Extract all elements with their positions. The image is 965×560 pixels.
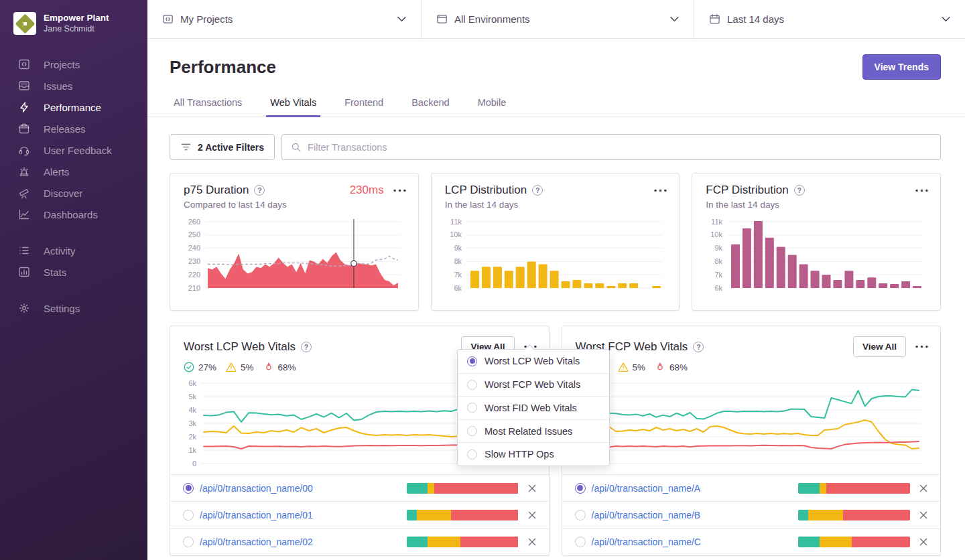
stat-fire-icon: 68%	[263, 362, 296, 372]
sidebar-item-issues[interactable]: Issues	[0, 75, 147, 96]
vitals-distribution-bar	[798, 483, 910, 494]
menu-item-radio[interactable]	[467, 426, 477, 436]
sidebar-item-user-feedback[interactable]: User Feedback	[0, 139, 147, 161]
page-title: Performance	[170, 57, 276, 78]
svg-text:210: 210	[188, 284, 200, 292]
sidebar-item-stats[interactable]: Stats	[0, 261, 147, 283]
help-icon[interactable]: ?	[693, 342, 704, 352]
menu-item-radio[interactable]	[467, 449, 477, 460]
view-trends-button[interactable]: View Trends	[862, 54, 941, 80]
tab-all-transactions[interactable]: All Transactions	[170, 93, 246, 117]
sidebar-item-activity[interactable]: Activity	[0, 240, 147, 261]
close-icon[interactable]	[527, 537, 537, 547]
card-lcp-distribution: LCP Distribution ? In the last 14 days 1…	[431, 173, 680, 311]
transaction-radio[interactable]	[575, 537, 586, 547]
close-icon[interactable]	[918, 483, 929, 494]
projects-dropdown[interactable]: My Projects	[147, 0, 421, 38]
menu-item-worst-fid-web-vitals[interactable]: Worst FID Web Vitals	[458, 396, 609, 419]
chevron-down-icon	[670, 16, 679, 22]
card-menu-button[interactable]	[915, 189, 928, 192]
svg-text:250: 250	[188, 230, 200, 238]
card-subtitle: Compared to last 14 days	[170, 197, 418, 210]
close-icon[interactable]	[527, 483, 537, 494]
help-icon[interactable]: ?	[254, 185, 265, 196]
org-logo-diamond-icon	[21, 20, 28, 27]
transaction-radio[interactable]	[183, 537, 194, 547]
transaction-link[interactable]: /api/0/transaction_name/02	[200, 537, 313, 547]
menu-item-radio[interactable]	[467, 356, 477, 366]
menu-item-slow-http-ops[interactable]: Slow HTTP Ops	[458, 442, 609, 466]
svg-text:6k: 6k	[188, 379, 196, 387]
card-menu-button[interactable]	[915, 345, 928, 348]
close-icon[interactable]	[918, 510, 929, 520]
svg-text:220: 220	[188, 271, 200, 279]
transaction-radio[interactable]	[183, 483, 194, 494]
card-worst-fcp-web-vitals: Worst FCP Web Vitals ? View All 27% 5% 6…	[562, 326, 942, 556]
transaction-link[interactable]: /api/0/transaction_name/00	[200, 483, 313, 494]
main-content: Performance View Trends All Transactions…	[147, 39, 965, 560]
environments-label: All Environments	[454, 13, 663, 25]
sidebar-item-performance[interactable]: Performance	[0, 96, 147, 118]
menu-item-label: Worst LCP Web Vitals	[485, 356, 580, 366]
tab-frontend[interactable]: Frontend	[340, 93, 387, 117]
svg-text:11k: 11k	[450, 218, 462, 226]
transaction-radio[interactable]	[575, 510, 586, 520]
window-icon	[436, 13, 448, 25]
transaction-link[interactable]: /api/0/transaction_name/A	[592, 483, 701, 494]
stats-icon	[17, 266, 30, 279]
transaction-radio[interactable]	[575, 483, 586, 494]
org-user-name: Jane Schmidt	[44, 24, 109, 35]
transaction-link[interactable]: /api/0/transaction_name/01	[200, 510, 313, 520]
sidebar-item-dashboards[interactable]: Dashboards	[0, 204, 147, 225]
sidebar-item-label: Settings	[44, 303, 80, 314]
close-icon[interactable]	[527, 510, 537, 520]
filter-icon	[180, 141, 192, 153]
sidebar-item-alerts[interactable]: Alerts	[0, 161, 147, 182]
card-fcp-distribution: FCP Distribution ? In the last 14 days 1…	[692, 173, 941, 311]
dashboards-icon	[17, 208, 30, 221]
sidebar-item-releases[interactable]: Releases	[0, 118, 147, 139]
issues-icon	[17, 80, 30, 92]
org-switcher[interactable]: Empower Plant Jane Schmidt	[0, 0, 147, 44]
settings-icon	[17, 302, 30, 315]
environments-dropdown[interactable]: All Environments	[421, 0, 694, 38]
menu-item-worst-lcp-web-vitals[interactable]: Worst LCP Web Vitals	[458, 350, 609, 373]
user-feedback-icon	[17, 144, 30, 157]
close-icon[interactable]	[918, 537, 929, 547]
sidebar-item-projects[interactable]: Projects	[0, 54, 147, 75]
daterange-dropdown[interactable]: Last 14 days	[694, 0, 965, 38]
topbar: My ProjectsAll EnvironmentsLast 14 days	[147, 0, 965, 39]
transaction-radio[interactable]	[183, 510, 194, 520]
tab-backend[interactable]: Backend	[407, 93, 453, 117]
transaction-row: /api/0/transaction_name/C	[562, 529, 941, 555]
svg-text:240: 240	[188, 244, 200, 252]
help-icon[interactable]: ?	[301, 342, 312, 352]
stat-value: 5%	[633, 362, 646, 372]
view-all-button[interactable]: View All	[853, 336, 906, 357]
card-menu-button[interactable]	[393, 189, 406, 192]
help-icon[interactable]: ?	[532, 185, 543, 196]
vitals-distribution-bar	[407, 510, 519, 520]
menu-item-worst-fcp-web-vitals[interactable]: Worst FCP Web Vitals	[458, 373, 609, 397]
help-icon[interactable]: ?	[794, 185, 805, 196]
search-input[interactable]	[308, 142, 931, 153]
active-filters-button[interactable]: 2 Active Filters	[170, 134, 275, 160]
svg-text:8k: 8k	[715, 257, 723, 265]
chevron-down-icon	[397, 16, 406, 22]
menu-item-radio[interactable]	[467, 403, 477, 413]
menu-item-most-related-issues[interactable]: Most Related Issues	[458, 419, 609, 443]
svg-text:7k: 7k	[715, 271, 723, 279]
sidebar-item-settings[interactable]: Settings	[0, 297, 147, 319]
sidebar-item-discover[interactable]: Discover	[0, 182, 147, 204]
svg-text:3k: 3k	[188, 419, 196, 427]
menu-item-label: Worst FCP Web Vitals	[485, 379, 580, 390]
tab-web-vitals[interactable]: Web Vitals	[266, 93, 320, 117]
vitals-distribution-bar	[407, 483, 519, 494]
transaction-link[interactable]: /api/0/transaction_name/C	[592, 537, 701, 547]
transaction-row: /api/0/transaction_name/B	[562, 501, 941, 528]
svg-text:260: 260	[188, 218, 200, 226]
tab-mobile[interactable]: Mobile	[474, 93, 511, 117]
transaction-link[interactable]: /api/0/transaction_name/B	[592, 510, 701, 520]
menu-item-radio[interactable]	[467, 380, 477, 390]
card-menu-button[interactable]	[654, 189, 667, 192]
